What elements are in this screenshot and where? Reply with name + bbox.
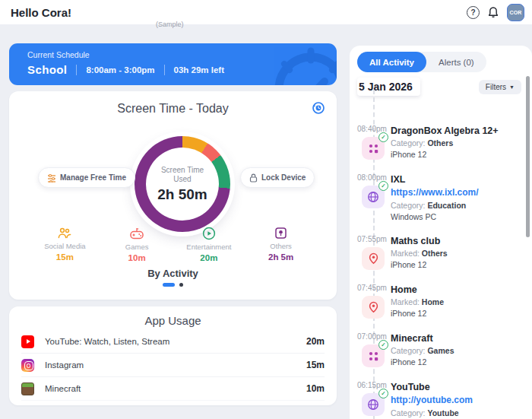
games-value: 10m bbox=[128, 253, 146, 262]
tab-alerts[interactable]: Alerts (0) bbox=[426, 52, 486, 72]
activity-entry[interactable]: 08:40pm ✓ DragonBox Algebra 12+ Category… bbox=[357, 125, 532, 160]
screen-time-used-value: 2h 50m bbox=[157, 186, 207, 203]
donut-center-label: Screen Time bbox=[161, 166, 204, 176]
location-pin-icon bbox=[362, 296, 385, 319]
sample-watermark: (Sample) bbox=[156, 21, 184, 28]
activity-entry[interactable]: 07:55pm Maths club Marked: Others iPhone… bbox=[357, 235, 532, 270]
top-header: Hello Cora! ? COR bbox=[0, 0, 532, 24]
app-usage-row[interactable]: YouTube: Watch, Listen, Stream 20m bbox=[21, 330, 325, 354]
category-stats-row: Social Media 15m Games 10m Entertainment… bbox=[9, 227, 337, 262]
schedule-time-range: 8:00am - 3:00pm bbox=[86, 65, 154, 75]
entertainment-value: 20m bbox=[200, 253, 217, 262]
page-greeting: Hello Cora! bbox=[11, 6, 71, 19]
activity-title: Home bbox=[391, 284, 444, 295]
carousel-dot[interactable] bbox=[179, 283, 183, 287]
activity-title: DragonBox Algebra 12+ bbox=[391, 125, 499, 136]
app-usage-row[interactable]: Minecraft 10m bbox=[21, 377, 325, 401]
app-icon: ✓ bbox=[362, 344, 385, 367]
location-pin-icon bbox=[362, 247, 385, 270]
carousel-dot-active[interactable] bbox=[163, 283, 175, 287]
stat-social-media: Social Media 15m bbox=[29, 227, 101, 262]
app-icon: ✓ bbox=[362, 137, 385, 160]
user-avatar[interactable]: COR bbox=[507, 4, 524, 21]
activity-entry[interactable]: 06:15pm ✓ YouTube http://youtube.com Cat… bbox=[357, 381, 532, 419]
activity-device: iPhone 12 bbox=[391, 309, 444, 318]
social-media-icon bbox=[57, 227, 72, 240]
carousel-dots bbox=[9, 283, 337, 287]
others-icon bbox=[274, 227, 287, 240]
globe-icon: ✓ bbox=[362, 393, 385, 416]
allowed-check-icon: ✓ bbox=[378, 181, 388, 191]
lock-icon bbox=[249, 173, 258, 183]
activity-title: IXL bbox=[391, 174, 479, 185]
stat-games: Games 10m bbox=[101, 227, 173, 262]
youtube-icon bbox=[21, 335, 34, 348]
refresh-history-icon[interactable] bbox=[312, 101, 325, 115]
instagram-icon bbox=[21, 359, 34, 372]
activity-title: Minecraft bbox=[391, 333, 454, 344]
minecraft-icon bbox=[21, 382, 34, 395]
screen-time-card: Screen Time - Today Screen Time Used 2h … bbox=[9, 91, 337, 300]
schedule-name: School bbox=[27, 63, 67, 76]
activity-panel: All Activity Alerts (0) 5 Jan 2026 Filte… bbox=[350, 46, 532, 419]
activity-time: 07:55pm bbox=[357, 235, 387, 243]
lock-device-button[interactable]: Lock Device bbox=[240, 167, 315, 188]
divider bbox=[76, 65, 77, 75]
activity-title: YouTube bbox=[391, 382, 473, 392]
current-schedule-banner[interactable]: Current Schedule School 8:00am - 3:00pm … bbox=[9, 43, 337, 85]
allowed-check-icon: ✓ bbox=[378, 340, 388, 350]
activity-date: 5 Jan 2026 bbox=[357, 78, 420, 96]
others-value: 2h 5m bbox=[268, 252, 293, 262]
activity-timeline: 08:40pm ✓ DragonBox Algebra 12+ Category… bbox=[350, 122, 532, 419]
screen-time-title: Screen Time - Today bbox=[9, 91, 337, 116]
notifications-bell-icon[interactable] bbox=[487, 6, 499, 19]
activity-tabs: All Activity Alerts (0) bbox=[357, 52, 486, 72]
sliders-icon bbox=[47, 173, 56, 183]
schedule-time-left: 03h 29m left bbox=[174, 65, 224, 75]
globe-icon: ✓ bbox=[362, 186, 385, 208]
chevron-down-icon: ▼ bbox=[509, 84, 515, 90]
activity-link[interactable]: http://youtube.com bbox=[391, 395, 473, 405]
activity-entry[interactable]: 07:45pm Home Marked: Home iPhone 12 bbox=[357, 284, 532, 319]
activity-entry[interactable]: 07:00pm ✓ Minecraft Category: Games iPho… bbox=[357, 332, 532, 367]
stat-others: Others 2h 5m bbox=[245, 227, 317, 262]
manage-free-time-button[interactable]: Manage Free Time bbox=[38, 167, 135, 188]
app-usage-row[interactable]: Instagram 15m bbox=[21, 354, 325, 377]
activity-time: 07:45pm bbox=[357, 284, 387, 292]
social-media-value: 15m bbox=[56, 252, 74, 262]
schedule-label: Current Schedule bbox=[27, 50, 337, 59]
by-activity-label: By Activity bbox=[9, 268, 337, 279]
screen-time-donut-chart: Screen Time Used 2h 50m bbox=[135, 136, 230, 232]
allowed-check-icon: ✓ bbox=[378, 389, 388, 398]
divider bbox=[164, 65, 165, 75]
allowed-check-icon: ✓ bbox=[378, 132, 388, 142]
activity-device: iPhone 12 bbox=[391, 260, 448, 269]
activity-title: Maths club bbox=[391, 236, 448, 246]
activity-device: Windows PC bbox=[391, 212, 479, 221]
app-usage-card: App Usage YouTube: Watch, Listen, Stream… bbox=[9, 306, 337, 405]
entertainment-play-icon bbox=[202, 227, 216, 240]
help-icon[interactable]: ? bbox=[467, 6, 480, 19]
activity-entry[interactable]: 08:00pm ✓ IXL https://www.ixl.com/ Categ… bbox=[357, 173, 532, 221]
filters-button[interactable]: Filters ▼ bbox=[479, 80, 521, 94]
tab-all-activity[interactable]: All Activity bbox=[357, 52, 426, 72]
activity-link[interactable]: https://www.ixl.com/ bbox=[391, 187, 479, 198]
stat-entertainment: Entertainment 20m bbox=[173, 227, 245, 262]
donut-center: Screen Time Used 2h 50m bbox=[146, 148, 219, 221]
activity-device: iPhone 12 bbox=[391, 357, 454, 367]
app-usage-title: App Usage bbox=[9, 306, 337, 330]
games-controller-icon bbox=[129, 227, 144, 240]
activity-device: iPhone 12 bbox=[391, 150, 499, 159]
